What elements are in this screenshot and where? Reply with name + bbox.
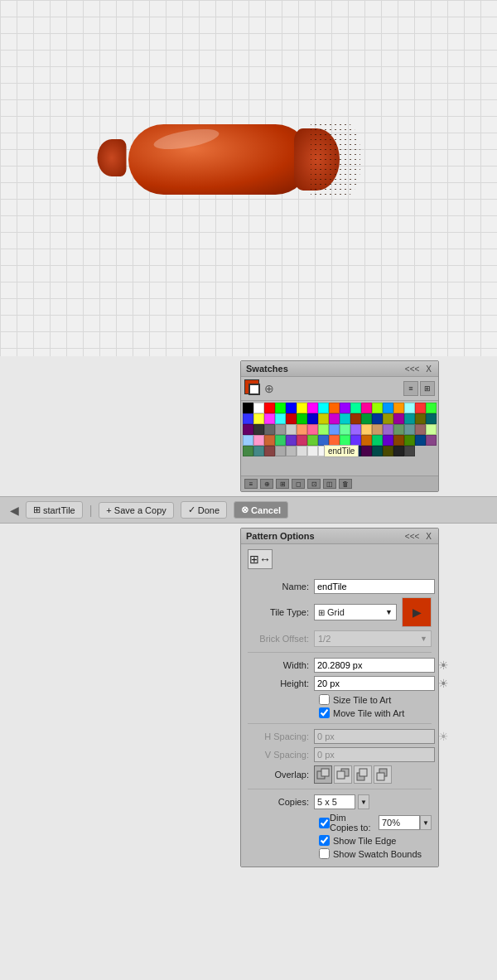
swatch-cell[interactable] — [350, 424, 361, 435]
swatch-cell[interactable] — [426, 413, 437, 424]
swatch-cell[interactable] — [275, 413, 286, 424]
swatch-cell[interactable] — [307, 413, 318, 424]
swatch-cell[interactable] — [243, 403, 253, 413]
swatch-cell[interactable] — [275, 403, 286, 413]
swatch-cell[interactable] — [361, 413, 372, 424]
footer-icon-delete[interactable]: 🗑 — [339, 479, 352, 489]
cancel-btn[interactable]: ⊗ Cancel — [234, 501, 288, 519]
swatch-cell[interactable] — [286, 413, 297, 424]
swatch-cell[interactable] — [253, 403, 264, 413]
swatch-cell[interactable] — [307, 424, 318, 435]
swatch-cell[interactable] — [264, 446, 275, 456]
swatch-cell[interactable] — [393, 413, 404, 424]
swatch-cell[interactable] — [243, 446, 253, 456]
swatch-cell[interactable] — [275, 446, 286, 456]
footer-icon-5[interactable]: ⊡ — [307, 479, 321, 489]
swatch-cell[interactable] — [329, 413, 340, 424]
swatch-cell[interactable] — [297, 403, 307, 413]
swatch-cell[interactable] — [297, 413, 307, 424]
swatch-cell[interactable] — [286, 446, 297, 456]
swatch-cell[interactable] — [286, 435, 297, 446]
swatch-cell[interactable] — [340, 413, 350, 424]
target-icon[interactable]: ⊕ — [264, 382, 274, 395]
swatch-cell[interactable] — [393, 435, 404, 446]
swatch-cell[interactable] — [361, 403, 372, 413]
swatch-cell[interactable] — [372, 435, 383, 446]
swatch-cell[interactable] — [404, 413, 415, 424]
swatch-cell[interactable] — [383, 446, 393, 456]
swatch-cell[interactable] — [426, 435, 437, 446]
start-tile-btn[interactable]: ⊞ startTile — [26, 501, 83, 519]
swatch-cell[interactable] — [297, 435, 307, 446]
swatch-cell[interactable] — [415, 413, 426, 424]
swatch-cell[interactable] — [361, 435, 372, 446]
swatch-cell[interactable] — [404, 403, 415, 413]
swatch-cell[interactable] — [361, 424, 372, 435]
swatch-cell[interactable] — [253, 446, 264, 456]
swatch-cell[interactable] — [404, 446, 415, 456]
swatch-cell[interactable] — [393, 424, 404, 435]
swatch-cell[interactable] — [404, 424, 415, 435]
show-swatch-bounds-checkbox[interactable] — [319, 848, 330, 859]
swatch-cell[interactable] — [415, 403, 426, 413]
footer-icon-2[interactable]: ⊕ — [260, 479, 273, 489]
height-input[interactable] — [314, 676, 435, 691]
pattern-tile-icon[interactable]: ⊞↔ — [248, 549, 273, 569]
list-view-btn[interactable]: ≡ — [403, 381, 418, 396]
show-tile-edge-checkbox[interactable] — [319, 835, 330, 846]
tile-type-select[interactable]: ⊞ Grid ▼ — [314, 604, 397, 620]
swatch-cell[interactable] — [253, 424, 264, 435]
swatch-cell[interactable] — [329, 403, 340, 413]
dim-copies-arrow[interactable]: ▼ — [420, 815, 432, 830]
swatches-close-btn[interactable]: X — [424, 364, 433, 374]
footer-icon-3[interactable]: ⊞ — [276, 479, 289, 489]
footer-icon-1[interactable]: ≡ — [244, 479, 258, 489]
swatches-collapse-btn[interactable]: <<< — [403, 364, 422, 374]
swatch-cell[interactable] — [372, 413, 383, 424]
swatch-cell[interactable] — [253, 413, 264, 424]
stroke-color[interactable] — [248, 384, 260, 395]
done-btn[interactable]: ✓ Done — [181, 501, 227, 519]
swatch-cell[interactable] — [253, 435, 264, 446]
swatch-cell[interactable] — [415, 435, 426, 446]
swatch-cell[interactable] — [286, 424, 297, 435]
swatch-cell[interactable] — [318, 424, 329, 435]
name-input[interactable] — [314, 579, 435, 594]
footer-icon-6[interactable]: ◫ — [323, 479, 336, 489]
swatch-cell[interactable] — [383, 403, 393, 413]
swatch-cell[interactable] — [329, 424, 340, 435]
grid-view-btn[interactable]: ⊞ — [420, 381, 435, 396]
dim-copies-checkbox[interactable] — [319, 818, 330, 828]
swatch-cell[interactable] — [297, 446, 307, 456]
overlap-btn-2[interactable] — [334, 765, 352, 784]
link-icon-2[interactable]: ☀ — [438, 677, 449, 690]
swatch-cell[interactable] — [426, 403, 437, 413]
swatch-cell[interactable] — [275, 435, 286, 446]
swatch-cell[interactable] — [264, 424, 275, 435]
width-input[interactable] — [314, 658, 435, 673]
swatch-cell[interactable] — [243, 424, 253, 435]
size-tile-checkbox[interactable] — [319, 694, 330, 705]
swatch-cell[interactable] — [318, 413, 329, 424]
swatch-cell[interactable] — [372, 446, 383, 456]
move-tile-checkbox[interactable] — [319, 707, 330, 718]
pattern-collapse-btn[interactable]: <<< — [403, 532, 422, 541]
overlap-btn-1[interactable] — [314, 765, 332, 784]
copies-arrow[interactable]: ▼ — [358, 794, 369, 809]
swatch-cell[interactable] — [286, 403, 297, 413]
save-copy-btn[interactable]: + Save a Copy — [99, 502, 173, 519]
swatch-cell[interactable] — [383, 413, 393, 424]
dim-copies-value[interactable]: 70% — [379, 815, 420, 830]
back-arrow-icon[interactable]: ◀ — [10, 504, 19, 517]
swatch-cell[interactable] — [350, 413, 361, 424]
pattern-close-btn[interactable]: X — [424, 532, 433, 541]
swatch-cell[interactable] — [415, 424, 426, 435]
swatch-cell[interactable] — [372, 403, 383, 413]
swatch-cell[interactable] — [426, 424, 437, 435]
swatch-cell[interactable] — [275, 424, 286, 435]
swatch-cell[interactable] — [243, 435, 253, 446]
swatch-cell[interactable] — [393, 403, 404, 413]
copies-select[interactable]: 5 x 5 ▼ — [314, 794, 369, 809]
swatch-cell[interactable] — [383, 435, 393, 446]
swatch-cell[interactable] — [318, 403, 329, 413]
